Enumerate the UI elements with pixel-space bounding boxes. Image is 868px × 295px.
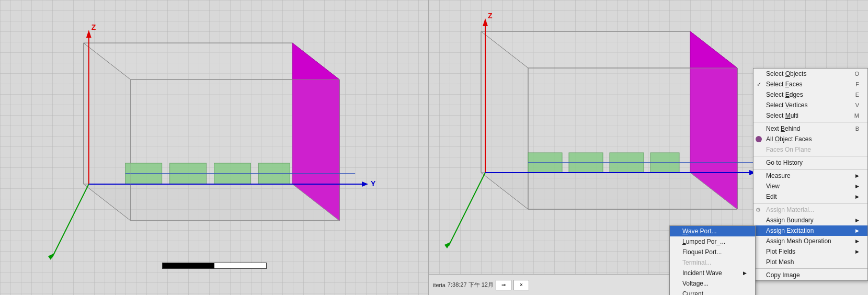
svg-marker-33 [483, 18, 488, 26]
separator-2 [753, 156, 867, 156]
menu-label-assign-material: Assign Material... [766, 206, 814, 213]
left-scale-bar [162, 263, 267, 269]
menu-item-all-object-faces[interactable]: All Object Faces [753, 134, 867, 144]
submenu-terminal: Terminal... [670, 257, 755, 268]
submenu-floquet-port[interactable]: Floquet Port... [670, 247, 755, 257]
gear-icon: ⚙ [756, 207, 761, 213]
menu-label-faces-on-plane: Faces On Plane [766, 146, 811, 153]
svg-text:Y: Y [371, 179, 376, 188]
submenu-label-voltage: Voltage... [682, 280, 709, 287]
menu-label-select-edges: Select Edges [766, 91, 803, 98]
menu-item-go-to-history[interactable]: Go to History [753, 157, 867, 168]
menu-item-select-objects[interactable]: Select Objects O [753, 69, 867, 79]
separator-1 [753, 122, 867, 122]
menu-item-plot-fields[interactable]: Plot Fields [753, 246, 867, 257]
menu-label-next-behind: Next Behind [766, 125, 800, 132]
menu-label-all-object-faces: All Object Faces [766, 135, 812, 143]
submenu-current[interactable]: Current... [670, 289, 755, 295]
excitation-submenu[interactable]: Wave Port... Lumped Por_... Floquet Port… [669, 225, 756, 295]
dot-icon [756, 136, 762, 142]
menu-item-select-edges[interactable]: Select Edges E [753, 89, 867, 100]
svg-line-14 [52, 184, 89, 257]
submenu-label-current: Current... [682, 290, 709, 295]
menu-label-view: View [766, 183, 780, 190]
menu-label-plot-fields: Plot Fields [766, 248, 795, 255]
menu-shortcut-select-faces: F [855, 81, 859, 87]
status-criteria: iteria [433, 282, 446, 288]
menu-label-assign-boundary: Assign Boundary [766, 217, 814, 224]
right-viewport[interactable]: Z 0 10 20 (mm) iteria 7:38:27 下午 12月 ⇒ ×… [429, 0, 868, 295]
menu-shortcut-select-multi: M [854, 112, 859, 119]
menu-item-edit[interactable]: Edit [753, 191, 867, 202]
svg-marker-36 [444, 242, 451, 248]
menu-label-plot-mesh: Plot Mesh [766, 258, 794, 266]
menu-label-copy-image: Copy Image [766, 271, 800, 279]
menu-item-select-multi[interactable]: Select Multi M [753, 110, 867, 121]
submenu-label-lumped-port: Lumped Por_... [682, 238, 725, 245]
menu-item-next-behind[interactable]: Next Behind B [753, 123, 867, 134]
menu-item-assign-material: ⚙ Assign Material... [753, 205, 867, 215]
svg-marker-15 [48, 253, 55, 260]
svg-text:Z: Z [92, 23, 96, 31]
left-viewport[interactable]: Z Y [0, 0, 429, 295]
svg-marker-5 [131, 80, 340, 221]
menu-item-measure[interactable]: Measure [753, 171, 867, 181]
menu-item-assign-boundary[interactable]: Assign Boundary [753, 215, 867, 225]
menu-shortcut-select-objects: O [854, 71, 859, 77]
status-time: 7:38:27 下午 12月 [448, 281, 494, 289]
separator-4 [753, 203, 867, 203]
menu-item-assign-mesh-operation[interactable]: Assign Mesh Operation [753, 236, 867, 246]
menu-item-plot-mesh[interactable]: Plot Mesh [753, 257, 867, 267]
separator-5 [753, 268, 867, 269]
svg-line-35 [449, 173, 485, 246]
submenu-label-terminal: Terminal... [682, 259, 711, 266]
left-scene-svg: Z Y [0, 0, 428, 295]
menu-label-select-faces: Select Faces [766, 81, 802, 88]
menu-label-assign-excitation: Assign Excitation [766, 227, 814, 234]
submenu-label-wave-port: Wave Port... [682, 228, 717, 235]
menu-item-copy-image[interactable]: Copy Image [753, 270, 867, 280]
menu-shortcut-select-edges: E [855, 92, 859, 98]
separator-3 [753, 169, 867, 169]
menu-label-measure: Measure [766, 172, 791, 179]
menu-item-select-vertices[interactable]: Select Vertices V [753, 100, 867, 110]
menu-label-select-vertices: Select Vertices [766, 101, 807, 109]
menu-item-faces-on-plane: Faces On Plane [753, 144, 867, 155]
status-arrow-btn[interactable]: ⇒ [496, 280, 511, 290]
submenu-incident-wave[interactable]: Incident Wave [670, 268, 755, 278]
svg-marker-26 [528, 68, 737, 209]
submenu-voltage[interactable]: Voltage... [670, 278, 755, 289]
menu-item-assign-excitation[interactable]: Assign Excitation Wave Port... Lumped Po… [753, 225, 867, 236]
status-close-btn[interactable]: × [513, 280, 529, 290]
context-menu[interactable]: Select Objects O Select Faces F Select E… [753, 68, 868, 281]
menu-label-assign-mesh-operation: Assign Mesh Operation [766, 237, 831, 245]
submenu-wave-port[interactable]: Wave Port... [670, 226, 755, 236]
menu-shortcut-select-vertices: V [855, 102, 859, 108]
menu-item-view[interactable]: View [753, 181, 867, 191]
menu-shortcut-next-behind: B [855, 126, 859, 132]
menu-item-select-faces[interactable]: Select Faces F [753, 79, 867, 89]
submenu-lumped-port[interactable]: Lumped Por_... [670, 236, 755, 247]
svg-marker-12 [86, 30, 92, 38]
menu-label-select-objects: Select Objects [766, 70, 806, 77]
submenu-label-incident-wave: Incident Wave [682, 269, 722, 277]
menu-label-select-multi: Select Multi [766, 112, 798, 119]
svg-marker-17 [362, 181, 368, 187]
menu-label-edit: Edit [766, 193, 777, 200]
submenu-label-floquet-port: Floquet Port... [682, 248, 722, 256]
menu-label-go-to-history: Go to History [766, 159, 803, 166]
svg-text:Z: Z [488, 12, 493, 20]
